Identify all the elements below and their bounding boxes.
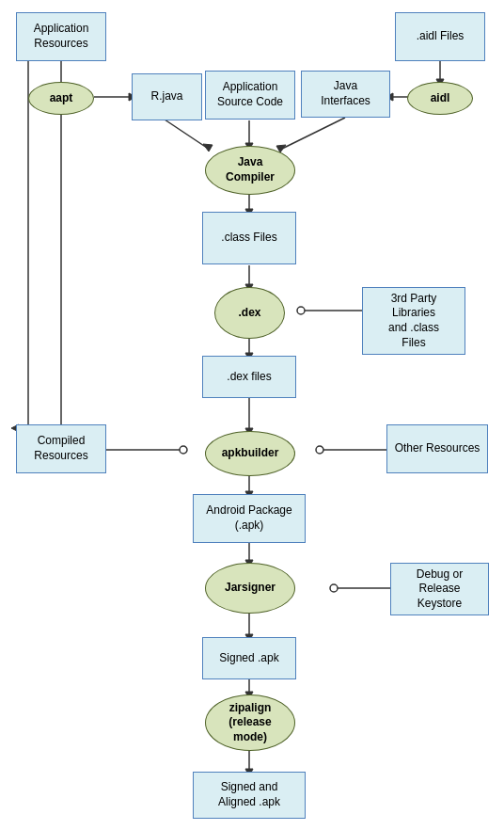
jarsigner-ellipse: Jarsigner [205,563,295,614]
debug-release-box: Debug orReleaseKeystore [390,563,489,615]
other-resources-box: Other Resources [386,424,488,473]
svg-line-6 [162,118,207,148]
aapt-ellipse: aapt [28,82,94,115]
apkbuilder-ellipse: apkbuilder [205,431,295,476]
signed-aligned-box: Signed andAligned .apk [193,772,306,819]
signed-apk-box: Signed .apk [202,637,296,679]
dex-ellipse: .dex [214,287,285,339]
svg-point-19 [297,307,305,314]
svg-point-27 [316,446,323,454]
android-package-box: Android Package(.apk) [193,494,306,543]
svg-point-35 [330,584,338,592]
dex-files-box: .dex files [202,356,296,398]
svg-line-8 [282,118,345,149]
third-party-box: 3rd PartyLibrariesand .classFiles [362,287,465,355]
aidl-ellipse: aidl [407,82,473,115]
build-diagram: ApplicationResources .aidl Files aapt R.… [0,0,504,830]
zipalign-ellipse: zipalign(releasemode) [205,694,295,751]
app-source-box: ApplicationSource Code [205,71,295,120]
java-interfaces-box: JavaInterfaces [301,71,390,118]
compiled-resources-box: CompiledResources [16,424,106,473]
application-resources-box: ApplicationResources [16,12,106,61]
svg-marker-7 [203,144,213,152]
r-java-box: R.java [132,73,202,120]
svg-point-25 [180,446,187,454]
java-compiler-ellipse: JavaCompiler [205,146,295,195]
aidl-files-box: .aidl Files [395,12,485,61]
class-files-box: .class Files [202,212,296,264]
